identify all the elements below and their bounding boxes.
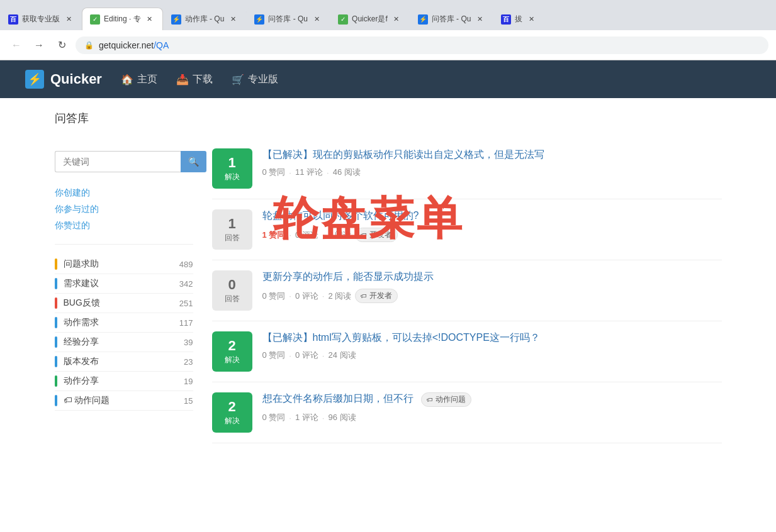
tab-favicon-2: ✓ [90,14,100,25]
answer-badge-4: 2 解决 [212,331,252,372]
address-bar: ← → ↻ 🔒 getquicker.net/QA [0,30,776,60]
tab-close-4[interactable]: ✕ [312,14,322,25]
nav-download[interactable]: 📥 下载 [176,73,213,86]
logo-icon: ⚡ [25,70,44,89]
nav-home-label: 主页 [137,73,157,86]
answer-badge-5: 2 解决 [212,392,252,433]
tab-close-5[interactable]: ✕ [391,14,402,25]
tab-1[interactable]: 百 获取专业版 ✕ [0,8,82,30]
category-item-share[interactable]: 动作分享 19 [55,372,193,391]
category-count-action-q: 15 [184,396,193,406]
question-body-3: 更新分享的动作后，能否显示成功提示 0 赞同 · 0 评论 · 2 阅读 🏷 开… [262,270,722,311]
category-count-bug: 251 [179,299,193,308]
tab-close-7[interactable]: ✕ [526,14,536,25]
back-button[interactable]: ← [8,36,25,54]
site-nav: ⚡ Quicker 🏠 主页 📥 下载 🛒 专业版 [0,60,776,98]
question-item-2: 1 回答 轮盘动作可以同时多个软件可用的? 1 赞同 · 0 评论 · 2 阅读 [212,199,722,260]
category-item-action[interactable]: 动作需求 117 [55,313,193,333]
answer-label-4: 解决 [225,355,240,365]
tag-label-2: 开发者 [369,230,392,240]
tab-label-1: 获取专业版 [22,14,60,25]
download-icon: 📥 [176,74,189,86]
tab-close-6[interactable]: ✕ [475,14,485,25]
category-item-release[interactable]: 版本发布 23 [55,352,193,372]
sidebar-divider [55,244,193,245]
tag-label-3: 开发者 [369,291,392,301]
category-color-exp [55,336,57,348]
category-count-release: 23 [184,357,193,367]
tag-badge-developer-2: 🏷 开发者 [355,228,398,242]
tab-close-3[interactable]: ✕ [228,14,238,25]
meta-reads-1: 46 阅读 [333,167,361,178]
tab-label-4: 问答库 - Qu [268,14,308,25]
answer-badge-1: 1 解决 [212,148,252,189]
answer-count-3: 0 [228,277,235,293]
tab-label-3: 动作库 - Qu [185,14,225,25]
tab-favicon-7: 百 [501,14,511,25]
category-name-exp: 经验分享 [64,336,184,348]
category-item-help[interactable]: 问题求助 489 [55,255,193,274]
nav-home[interactable]: 🏠 主页 [121,73,157,86]
question-title-1[interactable]: 【已解决】现在的剪贴板动作只能读出自定义格式，但是无法写 [262,148,722,162]
category-count-action: 117 [179,318,193,328]
meta-comments-4: 0 评论 [295,350,318,361]
nav-pro[interactable]: 🛒 专业版 [232,73,278,86]
tag-label-5: 动作问题 [436,394,466,405]
answer-label-3: 回答 [225,294,240,304]
answer-label-1: 解决 [225,172,240,182]
category-item-action-q[interactable]: 🏷 动作问题 15 [55,391,193,411]
breadcrumb-area: 问答库 [42,98,734,126]
nav-download-label: 下载 [193,73,213,86]
question-body-2: 轮盘动作可以同时多个软件可用的? 1 赞同 · 0 评论 · 2 阅读 🏷 开发… [262,209,722,250]
category-name-release: 版本发布 [64,356,184,367]
sidebar-link-created[interactable]: 你创建的 [55,185,193,201]
tab-2[interactable]: ✓ Editing · 专 ✕ [82,8,163,30]
tag-icon-3: 🏷 [361,292,367,299]
category-name-feature: 需求建议 [64,278,179,289]
site-logo[interactable]: ⚡ Quicker [25,70,102,89]
tab-close-2[interactable]: ✕ [145,14,155,25]
answer-count-5: 2 [228,399,235,415]
answer-count-4: 2 [228,338,235,354]
tab-7[interactable]: 百 拔 ✕ [493,8,544,30]
category-item-bug[interactable]: BUG反馈 251 [55,294,193,313]
tab-6[interactable]: ⚡ 问答库 - Qu ✕ [410,8,493,30]
question-title-2[interactable]: 轮盘动作可以同时多个软件可用的? [262,209,722,223]
sidebar-link-liked[interactable]: 你赞过的 [55,218,193,234]
category-name-action-q: 🏷 动作问题 [64,395,184,406]
forward-button[interactable]: → [30,36,48,54]
tab-close-1[interactable]: ✕ [64,14,74,25]
meta-comments-3: 0 评论 [295,291,318,302]
home-icon: 🏠 [121,74,133,86]
meta-comments-1: 11 评论 [295,167,323,178]
meta-likes-3: 0 赞同 [262,291,286,302]
meta-reads-2: 2 阅读 [328,230,351,241]
category-item-exp[interactable]: 经验分享 39 [55,333,193,352]
meta-reads-3: 2 阅读 [328,291,351,302]
category-name-action: 动作需求 [64,317,179,328]
question-title-5[interactable]: 想在文件名称后缀加日期，但不行 🏷 动作问题 [262,392,722,407]
tab-3[interactable]: ⚡ 动作库 - Qu ✕ [163,8,247,30]
category-color-feature [55,278,57,289]
url-bar[interactable]: 🔒 getquicker.net/QA [76,36,768,54]
tag-icon-5: 🏷 [427,396,433,403]
tab-label-2: Editing · 专 [104,14,141,25]
tab-label-7: 拔 [515,14,522,25]
meta-comments-5: 1 评论 [295,412,318,423]
search-button[interactable]: 🔍 [181,151,206,172]
category-list: 问题求助 489 需求建议 342 BUG反馈 251 [55,255,193,411]
tab-5[interactable]: ✓ Quicker是f ✕ [330,8,410,30]
category-count-exp: 39 [184,338,193,347]
search-input[interactable] [55,151,181,172]
question-title-4[interactable]: 【已解决】html写入剪贴板，可以去掉<!DOCTYPE这一行吗？ [262,331,722,345]
tab-4[interactable]: ⚡ 问答库 - Qu ✕ [246,8,330,30]
question-meta-3: 0 赞同 · 0 评论 · 2 阅读 🏷 开发者 [262,289,722,303]
tab-favicon-1: 百 [8,14,18,25]
question-title-3[interactable]: 更新分享的动作后，能否显示成功提示 [262,270,722,284]
nav-pro-label: 专业版 [248,73,278,86]
category-item-feature[interactable]: 需求建议 342 [55,274,193,294]
cart-icon: 🛒 [232,74,244,86]
question-item-3: 0 回答 更新分享的动作后，能否显示成功提示 0 赞同 · 0 评论 · 2 阅… [212,260,722,321]
sidebar-link-participated[interactable]: 你参与过的 [55,201,193,218]
reload-button[interactable]: ↻ [53,36,70,54]
